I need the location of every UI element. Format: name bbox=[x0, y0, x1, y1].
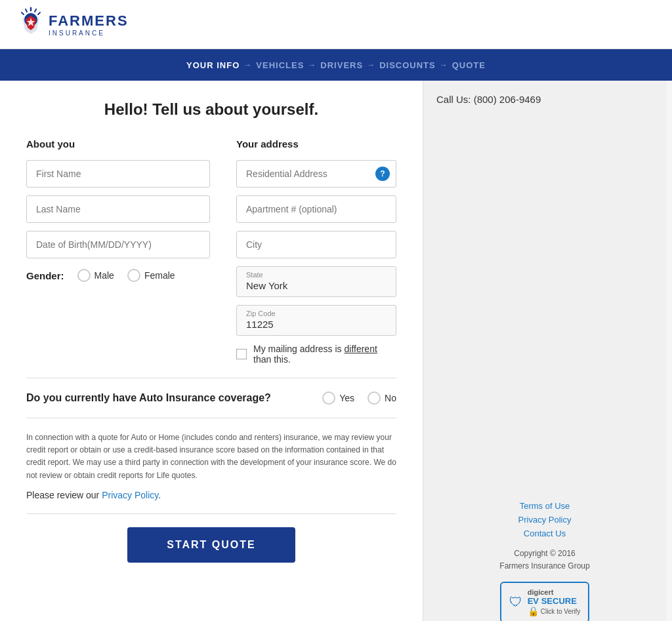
auto-insurance-yes-radio[interactable] bbox=[322, 391, 335, 405]
about-you-column: About you Gender: Male Female bbox=[26, 138, 210, 365]
brand-sub: INSURANCE bbox=[49, 30, 129, 37]
header: FARMERS INSURANCE bbox=[0, 0, 672, 49]
last-name-input[interactable] bbox=[26, 195, 210, 223]
mailing-address-text: My mailing address is different than thi… bbox=[253, 344, 396, 365]
arrow-icon-2: → bbox=[308, 60, 316, 70]
contact-us-link[interactable]: Contact Us bbox=[436, 529, 653, 538]
auto-insurance-no-radio[interactable] bbox=[368, 391, 381, 405]
auto-insurance-question-row: Do you currently have Auto Insurance cov… bbox=[26, 391, 396, 405]
nav-step-discounts[interactable]: DISCOUNTS → bbox=[379, 60, 448, 70]
farmers-logo-icon bbox=[13, 7, 49, 42]
gender-male-option[interactable]: Male bbox=[77, 269, 114, 282]
gender-female-label: Female bbox=[144, 270, 175, 281]
dob-input[interactable] bbox=[26, 231, 210, 258]
sidebar-top: Call Us: (800) 206-9469 bbox=[436, 94, 653, 111]
svg-line-6 bbox=[35, 9, 36, 12]
gender-female-option[interactable]: Female bbox=[127, 269, 175, 282]
privacy-policy-sidebar-link[interactable]: Privacy Policy bbox=[436, 515, 653, 525]
disclaimer-text: In connection with a quote for Auto or H… bbox=[26, 431, 396, 482]
divider-1 bbox=[26, 378, 396, 378]
svg-line-8 bbox=[38, 12, 40, 14]
your-address-column: Your address ? State New York New York bbox=[236, 138, 396, 365]
sidebar-footer: Terms of Use Privacy Policy Contact Us C… bbox=[436, 501, 653, 621]
auto-insurance-no-label: No bbox=[385, 393, 396, 403]
arrow-icon-4: → bbox=[440, 60, 448, 70]
mailing-address-row: My mailing address is different than thi… bbox=[236, 344, 396, 365]
sidebar: Call Us: (800) 206-9469 Terms of Use Pri… bbox=[423, 81, 666, 621]
lock-icon: 🔒 bbox=[528, 606, 539, 616]
logo-text: FARMERS INSURANCE bbox=[49, 12, 129, 37]
nav-step-quote[interactable]: QUOTE bbox=[452, 60, 486, 70]
sidebar-links: Terms of Use Privacy Policy Contact Us bbox=[436, 501, 653, 538]
nav-step-vehicles[interactable]: VEHICLES → bbox=[256, 60, 316, 70]
divider-3 bbox=[26, 513, 396, 514]
your-address-label: Your address bbox=[236, 138, 396, 150]
residential-address-wrapper: ? bbox=[236, 160, 396, 188]
terms-of-use-link[interactable]: Terms of Use bbox=[436, 501, 653, 511]
arrow-icon-3: → bbox=[367, 60, 375, 70]
digicert-text: digicert EV SECURE 🔒 Click to Verify bbox=[528, 588, 581, 616]
auto-insurance-yes-label: Yes bbox=[339, 393, 354, 403]
form-title: Hello! Tell us about yourself. bbox=[26, 100, 396, 119]
svg-line-5 bbox=[26, 9, 27, 12]
form-area: Hello! Tell us about yourself. About you… bbox=[0, 81, 423, 621]
apartment-input[interactable] bbox=[236, 195, 396, 223]
gender-female-radio[interactable] bbox=[127, 269, 140, 282]
privacy-policy-link[interactable]: Privacy Policy bbox=[102, 490, 158, 500]
svg-line-7 bbox=[22, 12, 24, 14]
divider-2 bbox=[26, 418, 396, 418]
residential-address-input[interactable] bbox=[236, 160, 396, 188]
zip-code-wrapper[interactable]: Zip Code 11225 bbox=[236, 305, 396, 336]
zip-label: Zip Code bbox=[246, 310, 387, 317]
about-you-label: About you bbox=[26, 138, 210, 150]
form-columns: About you Gender: Male Female bbox=[26, 138, 396, 365]
digicert-badge[interactable]: 🛡 digicert EV SECURE 🔒 Click to Verify bbox=[500, 582, 590, 621]
zip-value: 11225 bbox=[246, 319, 274, 330]
brand-name: FARMERS bbox=[49, 12, 129, 30]
digicert-brand: digicert bbox=[528, 588, 554, 596]
mailing-address-checkbox[interactable] bbox=[236, 349, 247, 359]
city-input[interactable] bbox=[236, 231, 396, 258]
call-us-text: Call Us: (800) 206-9469 bbox=[436, 94, 653, 105]
state-select-wrapper[interactable]: State New York New York bbox=[236, 266, 396, 297]
first-name-input[interactable] bbox=[26, 160, 210, 188]
auto-insurance-options: Yes No bbox=[322, 391, 396, 405]
auto-insurance-no-option[interactable]: No bbox=[368, 391, 396, 405]
nav-steps: YOUR INFO → VEHICLES → DRIVERS → DISCOUN… bbox=[186, 60, 486, 70]
nav-bar: YOUR INFO → VEHICLES → DRIVERS → DISCOUN… bbox=[0, 49, 672, 81]
digicert-shield-icon: 🛡 bbox=[509, 595, 522, 610]
nav-step-your-info[interactable]: YOUR INFO → bbox=[186, 60, 252, 70]
gender-row: Gender: Male Female bbox=[26, 269, 210, 282]
privacy-text-row: Please review our Privacy Policy. bbox=[26, 490, 396, 500]
copyright-text: Copyright © 2016Farmers Insurance Group bbox=[436, 548, 653, 572]
nav-step-drivers[interactable]: DRIVERS → bbox=[320, 60, 375, 70]
start-quote-button[interactable]: START QUOTE bbox=[127, 527, 295, 563]
gender-male-radio[interactable] bbox=[77, 269, 91, 282]
arrow-icon-1: → bbox=[243, 60, 252, 70]
click-verify-label: Click to Verify bbox=[541, 608, 581, 615]
logo-area: FARMERS INSURANCE bbox=[13, 7, 659, 42]
auto-insurance-yes-option[interactable]: Yes bbox=[322, 391, 354, 405]
gender-male-label: Male bbox=[94, 270, 114, 281]
help-icon[interactable]: ? bbox=[375, 167, 390, 181]
ev-secure-label: EV SECURE bbox=[528, 596, 577, 606]
auto-insurance-question: Do you currently have Auto Insurance cov… bbox=[26, 392, 309, 404]
gender-label: Gender: bbox=[26, 270, 64, 281]
